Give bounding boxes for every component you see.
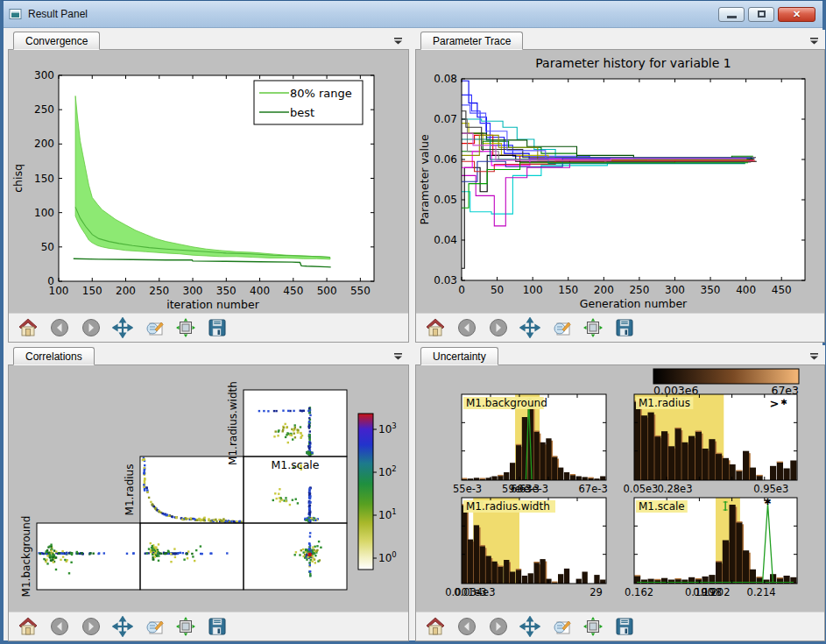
- home-icon: [425, 616, 446, 637]
- zoom-button[interactable]: [551, 317, 572, 338]
- correlations-plot[interactable]: M1.radius.widthM1.radiusM1.backgroundM1.…: [9, 365, 408, 612]
- svg-text:0.202: 0.202: [702, 586, 731, 598]
- back-button[interactable]: [49, 317, 70, 338]
- tab-menu-button[interactable]: [390, 349, 406, 363]
- pane-correlations: M1.radius.widthM1.radiusM1.backgroundM1.…: [8, 365, 409, 641]
- svg-text:200: 200: [116, 285, 136, 297]
- svg-text:>: >: [770, 397, 780, 410]
- save-button[interactable]: [207, 616, 228, 637]
- subplots-icon: [582, 616, 604, 637]
- subplots-button[interactable]: [582, 317, 604, 338]
- minimize-icon: [727, 16, 737, 18]
- subplots-button[interactable]: [175, 616, 196, 637]
- svg-text:103: 103: [378, 421, 397, 435]
- subplots-button[interactable]: [582, 616, 604, 637]
- svg-text:300: 300: [183, 285, 203, 297]
- svg-text:best: best: [290, 106, 314, 119]
- svg-text:100: 100: [378, 550, 397, 564]
- tabbar-uncertainty: Uncertainty: [415, 345, 825, 365]
- forward-icon: [488, 317, 509, 338]
- svg-text:150: 150: [558, 284, 578, 296]
- convergence-plot[interactable]: 1001502002503003504004505005500501001502…: [9, 50, 408, 313]
- svg-text:0.214: 0.214: [747, 586, 776, 598]
- zoom-icon: [551, 616, 572, 637]
- tab-menu-button[interactable]: [390, 33, 406, 47]
- home-button[interactable]: [425, 317, 446, 338]
- save-button[interactable]: [207, 317, 228, 338]
- forward-button[interactable]: [81, 317, 102, 338]
- forward-icon: [81, 616, 102, 637]
- forward-button[interactable]: [488, 317, 509, 338]
- home-button[interactable]: [18, 317, 39, 338]
- svg-text:0.06: 0.06: [434, 153, 457, 166]
- subplots-button[interactable]: [175, 317, 196, 338]
- svg-text:0.04: 0.04: [434, 234, 457, 246]
- tab-parameter-trace[interactable]: Parameter Trace: [420, 32, 523, 50]
- svg-text:50: 50: [41, 241, 54, 253]
- svg-text:50: 50: [491, 284, 504, 296]
- zoom-button[interactable]: [144, 616, 165, 637]
- back-icon: [49, 616, 70, 637]
- save-button[interactable]: [614, 317, 635, 338]
- svg-text:100: 100: [523, 284, 543, 296]
- svg-text:500: 500: [317, 285, 337, 297]
- result-panel-window: Result Panel ✕ Convergence 1001502002503…: [0, 0, 826, 644]
- home-icon: [18, 616, 39, 637]
- home-button[interactable]: [18, 616, 39, 637]
- maximize-button[interactable]: [748, 7, 774, 22]
- zoom-button[interactable]: [551, 616, 572, 637]
- pan-button[interactable]: [519, 616, 540, 637]
- panel-uncertainty: Uncertainty 0.003e667e3✱M1.background55e…: [415, 345, 825, 641]
- minimize-button[interactable]: [718, 7, 745, 22]
- window-title: Result Panel: [28, 8, 88, 20]
- pan-button[interactable]: [112, 616, 133, 637]
- close-icon: ✕: [793, 10, 801, 19]
- tab-menu-button[interactable]: [806, 349, 822, 363]
- close-button[interactable]: ✕: [778, 7, 815, 22]
- panel-correlations: Correlations M1.radius.widthM1.radiusM1.…: [8, 345, 409, 641]
- svg-text:chisq: chisq: [11, 164, 25, 193]
- home-icon: [18, 317, 39, 338]
- zoom-button[interactable]: [144, 317, 165, 338]
- panel-convergence: Convergence 1001502002503003504004505005…: [8, 30, 409, 343]
- svg-text:350: 350: [701, 284, 721, 296]
- pan-button[interactable]: [519, 317, 540, 338]
- subplots-icon: [582, 317, 604, 338]
- svg-text:55e-3: 55e-3: [453, 483, 482, 495]
- svg-text:150: 150: [34, 173, 54, 185]
- svg-text:80% range: 80% range: [290, 87, 352, 100]
- pan-button[interactable]: [112, 317, 133, 338]
- pan-icon: [519, 616, 540, 637]
- zoom-icon: [144, 317, 165, 338]
- back-button[interactable]: [456, 616, 477, 637]
- tab-menu-button[interactable]: [806, 33, 822, 47]
- forward-button[interactable]: [488, 616, 509, 637]
- back-button[interactable]: [49, 616, 70, 637]
- svg-text:0.05: 0.05: [434, 194, 457, 206]
- svg-text:Parameter history for variable: Parameter history for variable 1: [535, 56, 731, 70]
- svg-text:0.28e3: 0.28e3: [658, 483, 693, 495]
- tab-correlations[interactable]: Correlations: [13, 347, 95, 365]
- tab-label: Convergence: [25, 35, 88, 47]
- uncertainty-plot[interactable]: 0.003e667e3✱M1.background55e-359e-360e-3…: [416, 365, 824, 612]
- save-button[interactable]: [614, 616, 635, 637]
- svg-text:M1.background: M1.background: [466, 397, 547, 409]
- forward-button[interactable]: [81, 616, 102, 637]
- zoom-icon: [144, 616, 165, 637]
- svg-text:M1.scale: M1.scale: [639, 500, 685, 513]
- titlebar[interactable]: Result Panel ✕: [4, 1, 822, 28]
- parameter-trace-plot[interactable]: 0501001502002503003504004500.030.040.050…: [416, 50, 824, 313]
- pan-icon: [112, 317, 133, 338]
- back-button[interactable]: [456, 317, 477, 338]
- save-icon: [207, 616, 228, 637]
- pan-icon: [112, 616, 133, 637]
- forward-icon: [488, 616, 509, 637]
- tab-convergence[interactable]: Convergence: [13, 32, 100, 50]
- tabbar-convergence: Convergence: [8, 30, 409, 50]
- dropdown-icon: [808, 35, 820, 46]
- toolbar-correlations: [9, 612, 408, 640]
- tab-uncertainty[interactable]: Uncertainty: [420, 347, 498, 365]
- home-button[interactable]: [425, 616, 446, 637]
- svg-text:iteration number: iteration number: [166, 298, 259, 311]
- svg-text:100: 100: [34, 207, 54, 219]
